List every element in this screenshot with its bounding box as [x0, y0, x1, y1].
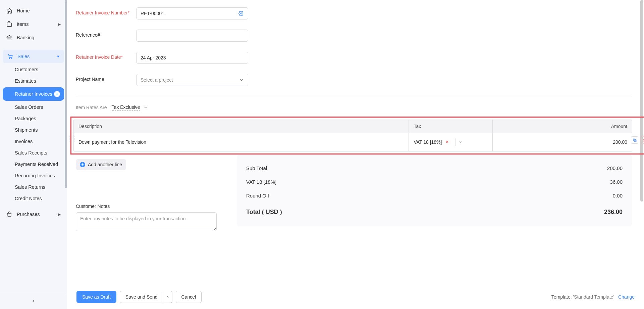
subtotal-label: Sub Total [246, 165, 267, 171]
project-label: Project Name [76, 74, 136, 82]
table-row: Down payment for the Television VAT 18 [… [74, 133, 632, 151]
nav-items-label: Items [17, 21, 29, 27]
delete-icon [643, 138, 644, 142]
sidebar-item-recurring-invoices[interactable]: Recurring Invoices [0, 170, 67, 181]
svg-rect-0 [7, 23, 12, 27]
chevron-right-icon: ▶ [58, 212, 61, 217]
sidebar-item-credit-notes[interactable]: Credit Notes [0, 193, 67, 204]
add-line-label: Add another line [88, 162, 122, 167]
row-tax-cell[interactable]: VAT 18 [18%] [409, 133, 492, 151]
chevron-down-icon[interactable] [143, 105, 148, 110]
items-table: Description Tax Amount Down payment for … [73, 120, 632, 151]
nav-items[interactable]: Items ▶ [0, 17, 67, 31]
gear-icon[interactable] [238, 11, 244, 16]
main-scrollbar-thumb[interactable] [640, 0, 643, 202]
sidebar-item-estimates[interactable]: Estimates [0, 75, 67, 87]
save-send-button[interactable]: Save and Send [120, 291, 163, 303]
svg-point-3 [240, 13, 242, 14]
add-line-button[interactable]: + Add another line [76, 159, 126, 170]
home-icon [6, 7, 13, 14]
basket-icon [6, 211, 13, 218]
nav-sales[interactable]: Sales ▼ [3, 50, 64, 63]
divider [76, 96, 632, 96]
item-rates-label: Item Rates Are [76, 105, 107, 110]
add-retainer-invoice-icon[interactable]: + [54, 91, 60, 97]
main-content: Retainer Invoice Number* RET-00001 Refer… [67, 0, 644, 309]
vat-value: 36.00 [610, 179, 623, 185]
project-select[interactable]: Select a project [136, 74, 248, 86]
cancel-button[interactable]: Cancel [176, 291, 202, 303]
bank-icon [6, 34, 13, 41]
nav-purchases[interactable]: Purchases ▶ [0, 208, 67, 221]
items-table-highlight: ⋮⋮⋮⋮ Description Tax Amount Down payment… [70, 117, 644, 154]
caret-up-icon [166, 295, 169, 299]
change-template-link[interactable]: Change [618, 294, 635, 300]
sidebar-item-sales-orders[interactable]: Sales Orders [0, 101, 67, 113]
drag-handle-icon[interactable]: ⋮⋮⋮⋮ [67, 137, 77, 141]
save-send-dropdown[interactable] [163, 291, 172, 303]
delete-row-button[interactable] [641, 136, 644, 144]
reference-label: Reference# [76, 30, 136, 38]
copy-icon [633, 138, 637, 142]
customer-notes-textarea[interactable] [76, 212, 217, 231]
row-description-cell[interactable]: Down payment for the Television [74, 133, 409, 151]
col-description: Description [74, 120, 409, 133]
chevron-right-icon: ▶ [58, 22, 61, 27]
save-send-split-button: Save and Send [120, 291, 172, 303]
chevron-down-icon [239, 78, 244, 82]
template-name: 'Standard Template' [573, 294, 614, 300]
total-label: Total ( USD ) [246, 209, 282, 216]
footer: Save as Draft Save and Send Cancel Templ… [67, 286, 644, 309]
col-amount: Amount [492, 120, 632, 133]
sidebar-item-shipments[interactable]: Shipments [0, 124, 67, 136]
chevron-down-icon: ▼ [56, 54, 60, 58]
chevron-left-icon [31, 299, 36, 304]
invoice-number-value: RET-00001 [141, 11, 164, 16]
sidebar-collapse-button[interactable] [0, 293, 67, 309]
project-placeholder: Select a project [141, 77, 173, 83]
sidebar-item-retainer-invoices[interactable]: Retainer Invoices + [3, 87, 64, 101]
bag-icon [6, 21, 13, 28]
nav-purchases-label: Purchases [17, 212, 40, 217]
nav-banking[interactable]: Banking [0, 31, 67, 44]
row-tax: VAT 18 [18%] [414, 139, 442, 145]
sidebar-item-customers[interactable]: Customers [0, 64, 67, 75]
vat-label: VAT 18 [18%] [246, 179, 276, 185]
sidebar: Home Items ▶ Banking Sales [0, 0, 67, 309]
plus-icon: + [80, 162, 85, 167]
copy-row-button[interactable] [631, 136, 638, 144]
nav-home-label: Home [17, 8, 30, 13]
row-description: Down payment for the Television [78, 139, 146, 145]
clear-tax-icon[interactable] [445, 140, 450, 144]
row-amount-cell[interactable]: 200.00 [492, 133, 632, 151]
cart-icon [7, 53, 13, 60]
row-amount: 200.00 [613, 139, 627, 145]
nav-banking-label: Banking [17, 35, 34, 40]
tax-dropdown-icon[interactable] [455, 138, 463, 146]
sidebar-item-sales-returns[interactable]: Sales Returns [0, 181, 67, 193]
main-scrollbar-track[interactable] [640, 0, 643, 309]
invoice-date-input[interactable]: 24 Apr 2023 [136, 52, 248, 64]
svg-point-2 [11, 58, 12, 59]
template-label: Template: [551, 294, 573, 300]
nav-home[interactable]: Home [0, 4, 67, 17]
invoice-number-input[interactable]: RET-00001 [136, 7, 248, 19]
sidebar-item-payments-received[interactable]: Payments Received [0, 159, 67, 170]
reference-input[interactable] [136, 30, 248, 42]
customer-notes-label: Customer Notes [76, 204, 223, 209]
invoice-date-label: Retainer Invoice Date* [76, 52, 136, 60]
sidebar-item-label: Retainer Invoices [15, 91, 52, 97]
nav-sales-label: Sales [17, 54, 30, 59]
sidebar-item-sales-receipts[interactable]: Sales Receipts [0, 147, 67, 159]
sidebar-item-invoices[interactable]: Invoices [0, 136, 67, 147]
sidebar-item-packages[interactable]: Packages [0, 113, 67, 124]
invoice-date-value: 24 Apr 2023 [141, 55, 166, 60]
roundoff-label: Round Off [246, 193, 269, 198]
total-value: 236.00 [604, 209, 623, 216]
subtotal-value: 200.00 [607, 165, 623, 171]
item-rates-value[interactable]: Tax Exclusive [112, 104, 140, 111]
svg-point-1 [9, 58, 10, 59]
save-draft-button[interactable]: Save as Draft [76, 291, 116, 303]
invoice-number-label: Retainer Invoice Number* [76, 7, 136, 15]
roundoff-value: 0.00 [613, 193, 623, 198]
